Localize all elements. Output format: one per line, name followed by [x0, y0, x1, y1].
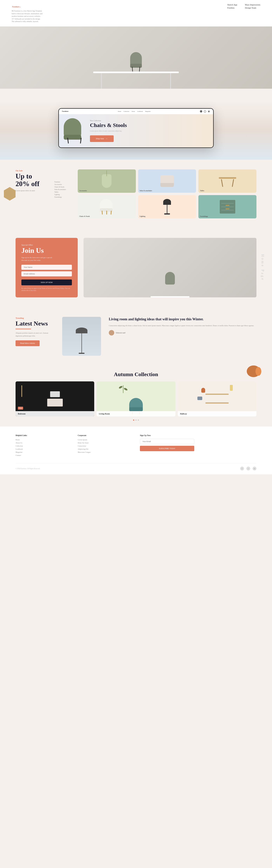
white-chair-illustration — [100, 199, 113, 215]
teal-chair-seat — [129, 407, 143, 411]
so-desk-image — [83, 238, 257, 298]
sidebar-tables[interactable]: Tables — [55, 191, 70, 193]
tablet-nav-lookbook[interactable]: Lookbook — [137, 111, 143, 112]
news-quote-headline: Living room and lighting ideas that will… — [109, 317, 257, 322]
nav-link-design[interactable]: Design Team — [245, 7, 260, 9]
product-tables-image — [198, 169, 257, 193]
footer-corp-link-3[interactable]: Consectetur — [78, 445, 132, 447]
tablet-logo: Furniture — [62, 111, 69, 112]
collection-card-hallway[interactable]: Hallway — [178, 381, 257, 416]
tablet-headline: Chairs & Stools — [90, 122, 209, 128]
footer-corp-link-4[interactable]: Adipiscing Elit — [78, 448, 132, 450]
nav-link-freebies[interactable]: Freebies — [227, 7, 237, 9]
collection-header: Autumn Collection — [15, 371, 257, 377]
tablet-nav-home[interactable]: Home — [118, 111, 121, 112]
lamp-pole — [167, 205, 167, 215]
dot-2[interactable] — [135, 420, 137, 421]
news-read-more-button[interactable]: Read More Articles — [15, 340, 40, 346]
hero-chair — [128, 52, 144, 71]
so-chair-illustration — [165, 272, 175, 284]
collection-card-living[interactable]: Living Room — [97, 381, 175, 416]
footer-email-input[interactable] — [140, 439, 194, 444]
footer-copyright: © 2018 Furniture. All Rights Reserved. — [15, 468, 40, 469]
footer-link-about[interactable]: About Us — [15, 442, 70, 444]
footer-subscribe-button[interactable]: SUBSCRIBE TODAY — [140, 446, 194, 451]
footer-link-collection[interactable]: Collection — [15, 445, 70, 447]
so-name-input[interactable] — [21, 265, 72, 270]
so-surface — [150, 296, 190, 298]
product-card-tables[interactable]: Tables — [198, 169, 257, 193]
so-description: Sign up for the latest news and get a sp… — [21, 256, 72, 261]
news-section: Trending Latest News Aliquam porttitor m… — [0, 307, 272, 366]
wc-leg-2 — [106, 211, 107, 215]
footer-link-lookbook[interactable]: Lookbook — [15, 448, 70, 450]
product-card-lighting[interactable]: Lighting — [138, 195, 196, 218]
lamp-head — [163, 199, 171, 205]
wc-back — [100, 199, 112, 210]
special-offer-card: Special Offer Join Us Sign up for the la… — [15, 238, 78, 298]
product-card-sofas[interactable]: Sofas & armchairs — [138, 169, 196, 193]
footer-link-home[interactable]: Home — [15, 439, 70, 441]
tablet-hero-content: New Collection Chairs & Stools Lorem ips… — [90, 120, 209, 142]
collection-grid: Bedroom New — [15, 381, 257, 416]
sale-sidebar: Furniture Accessories Chairs & Stools So… — [55, 169, 70, 218]
news-lamp-base — [79, 353, 84, 354]
so-email-input[interactable] — [21, 271, 72, 276]
product-card-accessories[interactable]: Accessories — [78, 169, 136, 193]
product-lighting-image — [138, 195, 196, 218]
so-submit-button[interactable]: SIGN UP NOW — [21, 279, 72, 285]
dot-3[interactable] — [138, 420, 139, 421]
footer-social-links: f t in — [240, 467, 257, 470]
shelf-item — [197, 397, 202, 400]
product-accessories-label: Accessories — [79, 190, 87, 192]
plant-scene — [120, 385, 126, 393]
sidebar-sofas[interactable]: Sofas & armchairs — [55, 189, 70, 190]
collection-card-bedroom[interactable]: Bedroom New — [15, 381, 94, 416]
so-form: SIGN UP NOW — [21, 265, 72, 285]
footer-link-contact[interactable]: Contact — [15, 454, 70, 456]
footer-corp-link-5[interactable]: Maecenas Congue — [78, 451, 132, 453]
search-icon[interactable] — [204, 110, 206, 113]
dot-1[interactable] — [133, 420, 134, 421]
footer-bottom: © 2018 Furniture. All Rights Reserved. f… — [15, 463, 257, 470]
twitter-icon[interactable]: t — [246, 467, 250, 470]
sidebar-chairs[interactable]: Chairs & Stools — [55, 186, 70, 188]
linkedin-icon[interactable]: in — [252, 467, 257, 470]
sidebar-accessories[interactable]: Accessories — [55, 184, 70, 185]
special-offer-container: Special Offer Join Us Sign up for the la… — [15, 238, 257, 298]
tablet-cta-button[interactable]: Shop Now → — [90, 135, 114, 142]
user-icon[interactable] — [200, 110, 202, 113]
living-room-label: Living Room — [97, 411, 175, 416]
tablet-nav-about[interactable]: About — [132, 111, 135, 112]
table-leg-right — [232, 179, 234, 187]
footer-corp-link-2[interactable]: Dolar Set Amet — [78, 442, 132, 444]
product-card-chairs[interactable]: Chairs & Stools — [78, 195, 136, 218]
tablet-chair-seat — [64, 135, 81, 140]
top-navigation: Furniture. Mi Furniture is a free Sketch… — [0, 0, 272, 26]
nav-link-mass[interactable]: Mass Impressions — [245, 3, 260, 6]
tablet-hero: New Collection Chairs & Stools Lorem ips… — [59, 114, 213, 148]
bedside-items — [47, 391, 63, 406]
nav-link-sketch[interactable]: Sketch App — [227, 3, 237, 6]
so-label: Special Offer — [21, 244, 72, 246]
nav-col-2: Mass Impressions Design Team — [245, 3, 260, 9]
footer-corp-link-1[interactable]: Lorem Ipsum — [78, 439, 132, 441]
sidebar-furnishings[interactable]: Furnishings — [55, 196, 70, 198]
desk-leg-left — [101, 73, 102, 89]
footer-corporate-title: Corporate — [78, 434, 132, 436]
cart-icon[interactable] — [208, 110, 210, 113]
tablet-nav-collection[interactable]: Collection — [124, 111, 129, 112]
sale-label: On Sale — [15, 169, 47, 172]
sidebar-lighting[interactable]: Lighting — [55, 194, 70, 195]
product-card-furnishings[interactable]: Furnishings — [198, 195, 257, 218]
sale-headline: Up to 20% off — [15, 173, 47, 188]
hero-section — [0, 26, 272, 89]
tablet-nav-magazine[interactable]: Magazine — [145, 111, 150, 112]
sidebar-furniture[interactable]: Furniture — [55, 181, 70, 183]
footer-link-magazine[interactable]: Magazine — [15, 451, 70, 453]
facebook-icon[interactable]: f — [240, 467, 244, 470]
product-furnishings-label: Furnishings — [200, 216, 208, 217]
desk-surface — [93, 71, 179, 73]
footer-col-corporate: Corporate Lorem Ipsum Dolar Set Amet Con… — [78, 434, 132, 458]
lamp-stand — [21, 385, 22, 397]
